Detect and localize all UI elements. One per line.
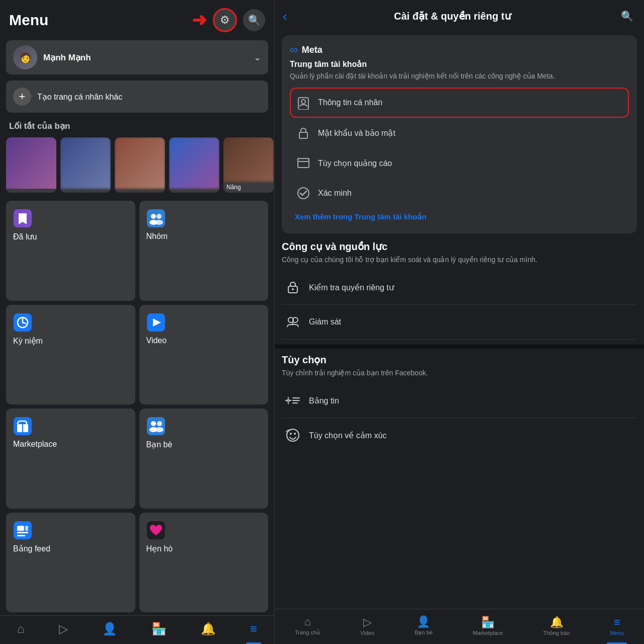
menu-item-memories[interactable]: Kỳ niệm — [6, 305, 135, 405]
privacy-check-label: Kiểm tra quyền riêng tư — [309, 283, 394, 292]
nav-video[interactable]: ▷ — [54, 620, 73, 638]
dating-icon — [146, 521, 166, 540]
rnav-notifications-icon: 🔔 — [550, 616, 564, 629]
svg-rect-15 — [147, 417, 165, 435]
supervision-icon — [284, 313, 302, 331]
rnav-home[interactable]: ⌂ Trang chủ — [292, 613, 323, 638]
tools-section-header: Công cụ và nguồn lực Công cụ của chúng t… — [282, 240, 637, 265]
supervision-item[interactable]: Giám sát — [282, 305, 637, 340]
search-button[interactable]: 🔍 — [243, 9, 265, 31]
privacy-lock-icon — [284, 278, 302, 296]
options-title: Tùy chọn — [282, 354, 637, 366]
left-header: Menu ➜ ⚙ 🔍 — [0, 0, 274, 37]
meta-card-desc: Quản lý phần cài đặt tài khoản và trải n… — [290, 71, 629, 82]
nav-marketplace[interactable]: 🏪 — [146, 620, 172, 638]
menu-item-friends[interactable]: Bạn bè — [139, 409, 269, 509]
shortcut-item[interactable] — [60, 137, 111, 193]
profile-row[interactable]: 🧑 Mạnh Mạnh ⌄ — [6, 40, 268, 74]
shortcut-label: Năng — [223, 182, 274, 193]
svg-point-16 — [151, 421, 156, 426]
menu-item-dating[interactable]: Hẹn hò — [139, 513, 269, 613]
back-button[interactable]: ‹ — [283, 9, 287, 24]
rnav-marketplace-icon: 🏪 — [481, 616, 495, 629]
right-header: ‹ Cài đặt & quyền riêng tư 🔍 — [275, 0, 644, 30]
password-security-item[interactable]: Mật khẩu và bảo mật — [290, 118, 629, 148]
friends-icon — [146, 417, 166, 436]
meta-link[interactable]: Xem thêm trong Trung tâm tài khoản — [290, 208, 629, 225]
video-icon — [146, 313, 166, 332]
meta-logo-text: Meta — [302, 45, 323, 55]
reaction-prefs-item[interactable]: Tùy chọn về cảm xúc — [282, 418, 637, 452]
svg-rect-30 — [298, 158, 309, 162]
rnav-friends-icon: 👤 — [417, 615, 430, 628]
privacy-check-item[interactable]: Kiểm tra quyền riêng tư — [282, 270, 637, 305]
menu-item-saved[interactable]: Đã lưu — [6, 201, 135, 301]
ad-prefs-item[interactable]: Tùy chọn quảng cáo — [290, 148, 629, 178]
notifications-nav-icon: 🔔 — [201, 622, 216, 636]
svg-point-2 — [151, 214, 156, 219]
feed-label: Bảng feed — [13, 544, 128, 553]
ad-prefs-label: Tùy chọn quảng cáo — [318, 158, 392, 168]
nav-menu[interactable]: ≡ — [245, 620, 262, 638]
tools-title: Công cụ và nguồn lực — [282, 240, 637, 253]
right-panel: ‹ Cài đặt & quyền riêng tư 🔍 ∞ Meta Trun… — [274, 0, 644, 644]
supervision-label: Giám sát — [309, 317, 341, 327]
dating-label: Hẹn hò — [146, 544, 262, 553]
saved-label: Đã lưu — [13, 232, 128, 242]
rnav-marketplace-label: Marketplace — [473, 630, 503, 636]
header-icons: ➜ ⚙ 🔍 — [192, 8, 265, 32]
menu-nav-icon: ≡ — [250, 622, 257, 636]
tools-desc: Công cụ của chúng tôi hỗ trợ bạn kiểm so… — [282, 255, 637, 265]
svg-rect-21 — [17, 526, 24, 531]
rnav-home-label: Trang chủ — [295, 629, 320, 636]
create-profile-row[interactable]: + Tạo trang cá nhân khác — [6, 80, 268, 113]
meta-card-subtitle: Trung tâm tài khoản — [290, 59, 629, 69]
personal-info-item[interactable]: Thông tin cá nhân — [290, 88, 629, 118]
right-bottom-nav: ⌂ Trang chủ ▷ Video 👤 Bạn bè 🏪 Marketpla… — [275, 609, 644, 644]
newsfeed-item[interactable]: Bảng tin — [282, 383, 637, 418]
meta-logo-row: ∞ Meta — [290, 43, 629, 56]
shortcut-item[interactable] — [115, 137, 165, 193]
memories-label: Kỳ niệm — [13, 336, 128, 346]
rnav-menu[interactable]: ≡ Menu — [607, 614, 627, 638]
password-security-label: Mật khẩu và bảo mật — [318, 128, 395, 138]
avatar-image: 🧑 — [13, 45, 37, 69]
rnav-video[interactable]: ▷ Video — [357, 614, 377, 638]
ad-prefs-icon — [295, 154, 312, 172]
rnav-friends[interactable]: 👤 Bạn bè — [412, 613, 436, 638]
menu-item-groups[interactable]: Nhóm — [139, 201, 269, 301]
svg-point-48 — [290, 433, 292, 435]
shortcut-item[interactable] — [169, 137, 219, 193]
chevron-down-icon: ⌄ — [254, 52, 261, 63]
avatar: 🧑 — [13, 45, 37, 69]
shortcut-item[interactable]: Năng — [223, 137, 274, 193]
svg-rect-29 — [298, 158, 309, 168]
nav-home[interactable]: ⌂ — [12, 620, 30, 638]
shortcut-label — [115, 189, 165, 193]
menu-item-marketplace[interactable]: Marketplace — [6, 409, 135, 509]
newsfeed-label: Bảng tin — [309, 396, 339, 406]
rnav-marketplace[interactable]: 🏪 Marketplace — [470, 614, 506, 638]
menu-item-feed[interactable]: Bảng feed — [6, 513, 135, 613]
marketplace-nav-icon: 🏪 — [151, 622, 167, 636]
svg-point-32 — [298, 188, 309, 199]
right-panel-title: Cài đặt & quyền riêng tư — [293, 10, 612, 22]
personal-info-icon — [295, 94, 312, 111]
svg-point-49 — [294, 433, 296, 435]
menu-item-video[interactable]: Video — [139, 305, 269, 405]
gear-button[interactable]: ⚙ — [213, 8, 237, 32]
shortcut-label — [6, 189, 56, 193]
svg-point-39 — [287, 399, 289, 401]
shortcut-item[interactable] — [6, 137, 56, 193]
nav-friends[interactable]: 👤 — [97, 620, 122, 638]
verification-item[interactable]: Xác minh — [290, 178, 629, 208]
menu-title: Menu — [9, 12, 48, 29]
marketplace-icon — [13, 417, 32, 436]
reaction-icon — [284, 426, 302, 444]
right-search-button[interactable]: 🔍 — [618, 7, 636, 25]
meta-infinity-icon: ∞ — [290, 43, 298, 56]
nav-notifications[interactable]: 🔔 — [196, 620, 221, 638]
rnav-notifications[interactable]: 🔔 Thông báo — [540, 614, 573, 638]
rnav-notifications-label: Thông báo — [543, 630, 570, 636]
svg-rect-22 — [17, 532, 28, 533]
